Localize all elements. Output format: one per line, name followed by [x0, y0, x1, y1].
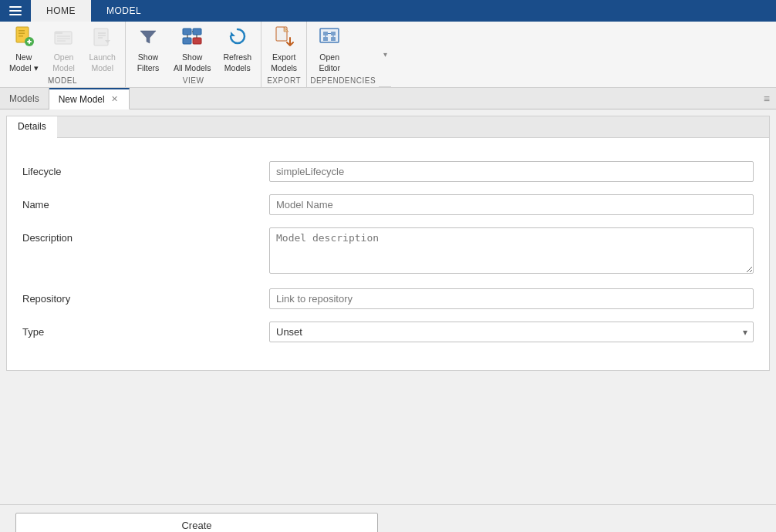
type-select[interactable]: Unset Type1 Type2: [269, 322, 754, 342]
export-models-icon: [273, 25, 295, 50]
svg-rect-15: [183, 38, 191, 44]
tab-models-label: Models: [9, 93, 39, 104]
repository-input[interactable]: [269, 288, 754, 309]
svg-rect-0: [9, 6, 22, 8]
ribbon: NewModel ▾ OpenModel: [0, 22, 776, 88]
new-model-icon: [13, 25, 35, 50]
model-tab[interactable]: MODEL: [91, 0, 157, 22]
repository-field: [269, 288, 754, 309]
lifecycle-input[interactable]: [269, 161, 754, 182]
svg-rect-14: [193, 29, 201, 35]
ribbon-group-export: ExportModels EXPORT: [261, 22, 307, 87]
open-editor-label: OpenEditor: [319, 52, 339, 73]
description-textarea[interactable]: [269, 227, 754, 274]
open-model-button[interactable]: OpenModel: [45, 23, 83, 76]
open-editor-icon: [319, 25, 340, 50]
svg-marker-20: [231, 32, 235, 36]
ribbon-group-export-buttons: ExportModels: [265, 23, 303, 76]
ribbon-group-model-label: MODEL: [3, 76, 122, 87]
description-label: Description: [22, 227, 269, 244]
svg-rect-4: [19, 30, 25, 32]
ribbon-group-view-label: VIEW: [129, 76, 258, 87]
name-input[interactable]: [269, 194, 754, 215]
open-model-icon: [53, 25, 75, 50]
launch-model-icon: [92, 25, 113, 50]
lifecycle-field: [269, 161, 754, 182]
lifecycle-row: Lifecycle: [22, 161, 754, 182]
new-model-button[interactable]: NewModel ▾: [3, 23, 45, 76]
lifecycle-label: Lifecycle: [22, 161, 269, 177]
svg-rect-2: [9, 14, 22, 15]
open-model-label: OpenModel: [52, 52, 75, 73]
type-field: Unset Type1 Type2 ▾: [269, 322, 754, 342]
ribbon-group-model-buttons: NewModel ▾ OpenModel: [3, 23, 122, 76]
tab-models[interactable]: Models: [0, 88, 49, 109]
tab-overflow-button[interactable]: ≡: [757, 93, 776, 105]
details-panel: Details Lifecycle Name Description: [6, 116, 770, 371]
home-tab[interactable]: HOME: [31, 0, 91, 22]
footer: Create: [0, 504, 776, 532]
tab-new-model-close[interactable]: ✕: [110, 93, 120, 105]
show-all-models-button[interactable]: ShowAll Models: [167, 23, 217, 76]
type-row: Type Unset Type1 Type2 ▾: [22, 322, 754, 342]
tab-bar: Models New Model ✕ ≡: [0, 88, 776, 109]
ribbon-group-view: ShowFilters ShowAll Models: [126, 22, 261, 87]
svg-rect-12: [94, 29, 108, 45]
main-content: Details Lifecycle Name Description: [0, 109, 776, 504]
show-filters-icon: [137, 25, 159, 50]
show-all-models-label: ShowAll Models: [174, 52, 211, 73]
svg-rect-9: [29, 39, 30, 44]
tab-new-model[interactable]: New Model ✕: [49, 88, 130, 109]
svg-rect-23: [320, 29, 339, 42]
svg-rect-5: [19, 32, 25, 34]
repository-row: Repository: [22, 288, 754, 309]
create-button[interactable]: Create: [15, 513, 378, 532]
type-label: Type: [22, 322, 269, 338]
details-tab[interactable]: Details: [7, 116, 57, 138]
refresh-models-label: RefreshModels: [223, 52, 251, 73]
new-model-label: NewModel ▾: [9, 52, 39, 73]
details-tab-bar: Details: [7, 116, 769, 138]
name-label: Name: [22, 194, 269, 210]
details-body: Lifecycle Name Description: [7, 138, 769, 370]
launch-model-label: LaunchModel: [89, 52, 116, 73]
export-models-button[interactable]: ExportModels: [265, 23, 303, 76]
svg-rect-27: [331, 37, 336, 41]
svg-rect-25: [331, 32, 336, 35]
svg-rect-6: [19, 35, 23, 37]
ribbon-scroll[interactable]: ▾: [379, 22, 391, 87]
refresh-models-button[interactable]: RefreshModels: [217, 23, 258, 76]
svg-rect-24: [323, 32, 328, 35]
export-models-label: ExportModels: [271, 52, 297, 73]
show-filters-label: ShowFilters: [137, 52, 160, 73]
repository-label: Repository: [22, 288, 269, 305]
name-row: Name: [22, 194, 754, 215]
ribbon-group-view-buttons: ShowFilters ShowAll Models: [129, 23, 258, 76]
svg-rect-16: [193, 38, 201, 44]
show-all-models-icon: [181, 25, 203, 50]
description-row: Description: [22, 227, 754, 276]
top-nav-bar: HOME MODEL: [0, 0, 776, 22]
show-filters-button[interactable]: ShowFilters: [129, 23, 167, 76]
type-select-wrap: Unset Type1 Type2 ▾: [269, 322, 754, 342]
ribbon-group-dependencies: OpenEditor DEPENDENCIES: [307, 22, 379, 87]
open-editor-button[interactable]: OpenEditor: [310, 23, 349, 76]
refresh-models-icon: [227, 25, 248, 50]
hamburger-menu[interactable]: [0, 0, 31, 22]
launch-model-button[interactable]: LaunchModel: [83, 23, 122, 76]
name-field: [269, 194, 754, 215]
svg-rect-26: [323, 37, 328, 41]
ribbon-group-model: NewModel ▾ OpenModel: [0, 22, 126, 87]
description-field: [269, 227, 754, 276]
svg-rect-11: [55, 32, 62, 34]
tab-new-model-label: New Model: [59, 94, 105, 105]
ribbon-group-export-label: EXPORT: [265, 76, 303, 87]
ribbon-group-dependencies-label: DEPENDENCIES: [310, 76, 376, 87]
svg-rect-1: [9, 10, 22, 12]
ribbon-group-dependencies-buttons: OpenEditor: [310, 23, 376, 76]
svg-rect-13: [183, 29, 191, 35]
